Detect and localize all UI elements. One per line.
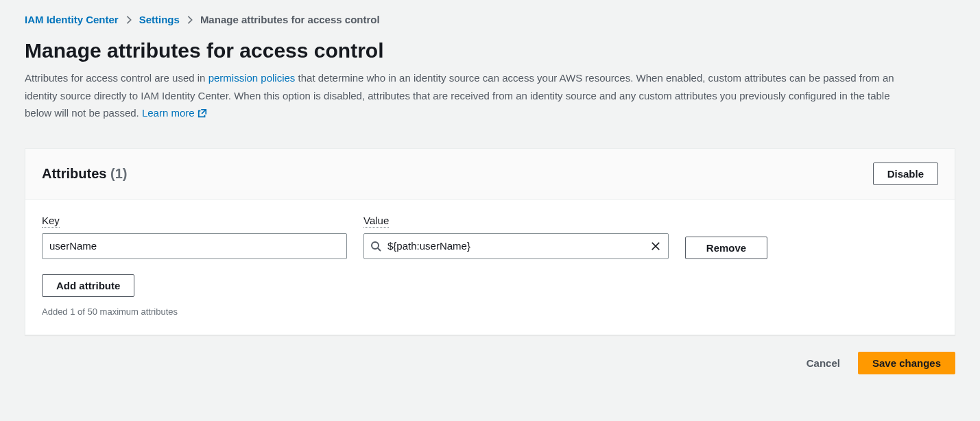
cancel-button[interactable]: Cancel [798, 352, 848, 374]
breadcrumb: IAM Identity Center Settings Manage attr… [25, 14, 955, 25]
key-input[interactable] [42, 233, 347, 259]
breadcrumb-current: Manage attributes for access control [200, 14, 380, 25]
learn-more-link[interactable]: Learn more [142, 104, 207, 122]
breadcrumb-link-settings[interactable]: Settings [139, 14, 180, 25]
panel-title: Attributes (1) [42, 166, 127, 182]
learn-more-label: Learn more [142, 104, 195, 122]
close-icon [651, 241, 660, 251]
page-title: Manage attributes for access control [25, 39, 955, 62]
attributes-panel: Attributes (1) Disable Key Value [25, 148, 955, 335]
value-field: Value [363, 215, 669, 259]
page-intro: Attributes for access control are used i… [25, 69, 903, 122]
panel-header: Attributes (1) Disable [25, 149, 955, 200]
remove-button[interactable]: Remove [685, 237, 767, 259]
panel-count: (1) [110, 166, 127, 181]
external-link-icon [198, 108, 207, 118]
attributes-hint: Added 1 of 50 maximum attributes [42, 306, 938, 317]
permission-policies-link[interactable]: permission policies [208, 72, 296, 84]
value-label: Value [363, 215, 389, 228]
breadcrumb-link-iam[interactable]: IAM Identity Center [25, 14, 119, 25]
chevron-right-icon [187, 15, 193, 25]
key-label: Key [42, 215, 60, 228]
remove-cell: Remove [685, 237, 767, 259]
save-changes-button[interactable]: Save changes [858, 352, 955, 374]
panel-body: Key Value [25, 200, 955, 335]
intro-text-before: Attributes for access control are used i… [25, 72, 208, 84]
value-combo [363, 233, 669, 259]
footer-actions: Cancel Save changes [25, 352, 955, 374]
chevron-right-icon [126, 15, 132, 25]
clear-value-button[interactable] [647, 237, 665, 255]
add-attribute-button[interactable]: Add attribute [42, 274, 134, 297]
attribute-row: Key Value [42, 215, 938, 259]
key-field: Key [42, 215, 347, 259]
disable-button[interactable]: Disable [873, 163, 938, 185]
panel-title-text: Attributes [42, 166, 106, 181]
value-input[interactable] [363, 233, 669, 259]
